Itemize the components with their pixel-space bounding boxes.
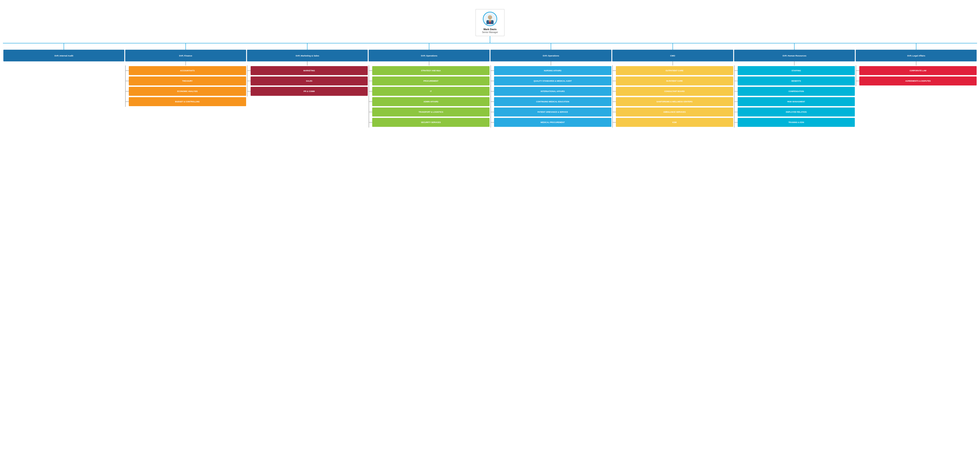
child-box-6-4[interactable]: EMPLOYEE RELATION (738, 108, 855, 116)
person-name: Mark Davis (480, 28, 500, 30)
svp-box-1[interactable]: SVP, Finance (125, 50, 246, 61)
child-box-1-3[interactable]: BUDGET & CONTROLLING (129, 97, 246, 106)
child-hline-6-0 (735, 70, 738, 71)
child-box-1-2[interactable]: ECONOMIC ANALYSIS (129, 87, 246, 96)
child-hline-3-3 (369, 102, 372, 102)
child-box-5-4[interactable]: AMBULANCE SERVICES (616, 108, 733, 116)
child-box-1-0[interactable]: ACCOUNTANTS (129, 66, 246, 75)
child-box-6-3[interactable]: RISK MANAGMENT (738, 97, 855, 106)
child-row-5-5: KSM (613, 117, 733, 127)
child-row-2-2: PR & COMM (247, 86, 368, 97)
child-row-1-3: BUDGET & CONTROLLING (126, 97, 246, 107)
child-box-4-5[interactable]: MEDICAL PROCUREMENT (494, 118, 611, 127)
child-hline-1-2 (126, 91, 129, 92)
child-box-4-2[interactable]: INTERNATIONAL AFFAIRS (494, 87, 611, 96)
child-box-2-0[interactable]: MARKETING (251, 66, 368, 75)
child-hline-1-0 (126, 70, 129, 71)
children-list-1: ACCOUNTANTSTHEASURYECONOMIC ANALYSISBUDG… (126, 65, 246, 107)
child-row-4-3: CONTINUING MEDICAL EDUCATION (491, 97, 611, 107)
v-connector-col-0 (64, 43, 64, 50)
child-box-2-2[interactable]: PR & COMM (251, 87, 368, 96)
svp-box-2[interactable]: SVP, Marketing & Sales (247, 50, 368, 61)
child-row-3-3: ADMIN AFFAIRS (369, 97, 490, 107)
child-row-3-2: IT (369, 86, 490, 97)
child-box-4-0[interactable]: NURSING AFFAIRS (494, 66, 611, 75)
child-box-3-5[interactable]: SECURITY SERVICES (372, 118, 490, 127)
child-row-4-5: MEDICAL PROCUREMENT (491, 117, 611, 127)
children-list-7: CORPORATE LAWAGREEMENTS & DISPUTES (856, 65, 977, 86)
child-row-3-4: TRANSPORT & LOGISTICS (369, 107, 490, 117)
child-box-7-0[interactable]: CORPORATE LAW (859, 66, 977, 75)
svp-box-7[interactable]: SVP, Legal Affairs (856, 50, 977, 61)
children-wrap-2: MARKETINGSALESPR & COMM (247, 65, 368, 97)
child-box-5-3[interactable]: SANITORIUMS & WELLNESS CENTERS (616, 97, 733, 106)
svp-box-6[interactable]: SVP, Human Resources (734, 50, 855, 61)
v-connector-col-2 (307, 43, 307, 50)
child-box-3-4[interactable]: TRANSPORT & LOGISTICS (372, 108, 490, 116)
child-hline-5-0 (613, 70, 616, 71)
child-row-6-2: COMPENSATION (735, 86, 855, 97)
child-box-6-1[interactable]: BENEFITS (738, 76, 855, 86)
child-box-4-3[interactable]: CONTINUING MEDICAL EDUCATION (494, 97, 611, 106)
svp-box-3[interactable]: SVP, Operations (369, 50, 490, 61)
child-box-6-2[interactable]: COMPENSATION (738, 87, 855, 96)
child-hline-4-2 (491, 91, 494, 92)
svp-section: SVP, Internal AuditSVP, FinanceACCOUNTAN… (1, 43, 979, 127)
child-box-3-3[interactable]: ADMIN AFFAIRS (372, 97, 490, 106)
child-box-5-1[interactable]: IN-PATIENT CARE (616, 76, 733, 86)
child-hline-5-4 (613, 112, 616, 112)
svg-point-5 (489, 17, 489, 17)
children-wrap-1: ACCOUNTANTSTHEASURYECONOMIC ANALYSISBUDG… (125, 65, 246, 107)
child-hline-6-1 (735, 81, 738, 81)
child-box-7-1[interactable]: AGREEMENTS & DISPUTES (859, 76, 977, 86)
svp-box-4[interactable]: SVP, Operations (490, 50, 611, 61)
child-hline-6-5 (735, 122, 738, 123)
child-box-3-1[interactable]: PROCUREMENT (372, 76, 490, 86)
children-top-v-5 (673, 61, 673, 65)
child-row-5-3: SANITORIUMS & WELLNESS CENTERS (613, 97, 733, 107)
children-top-v-6 (794, 61, 795, 65)
child-box-2-1[interactable]: SALES (251, 76, 368, 86)
child-row-6-4: EMPLOYEE RELATION (735, 107, 855, 117)
children-list-2: MARKETINGSALESPR & COMM (247, 65, 368, 97)
person-card-mark-davis: Mark Davis Senior Manager (476, 9, 504, 36)
child-hline-4-3 (491, 102, 494, 102)
col-1: SVP, FinanceACCOUNTANTSTHEASURYECONOMIC … (125, 43, 247, 107)
child-row-2-0: MARKETING (247, 65, 368, 76)
children-top-v-7 (916, 61, 916, 65)
child-box-5-2[interactable]: CONSULTANT BOARD (616, 87, 733, 96)
child-box-6-5[interactable]: TRAINING & EDN (738, 118, 855, 127)
child-row-2-1: SALES (247, 76, 368, 86)
svp-box-0[interactable]: SVP, Internal Audit (3, 50, 124, 61)
svp-row: SVP, Internal AuditSVP, FinanceACCOUNTAN… (1, 43, 979, 127)
child-box-6-0[interactable]: STAFFING (738, 66, 855, 75)
col-5: CMOOUTPATIENT CAREIN-PATIENT CARECONSULT… (612, 43, 733, 127)
child-row-4-4: PATIENT GRIEVANCE & SERVICE (491, 107, 611, 117)
child-box-4-4[interactable]: PATIENT GRIEVANCE & SERVICE (494, 108, 611, 116)
child-box-1-1[interactable]: THEASURY (129, 76, 246, 86)
child-row-4-1: QUALITY STANDARDS & MEDICAL AUDIT (491, 76, 611, 86)
top-level: Mark Davis Senior Manager (1, 5, 979, 36)
children-wrap-5: OUTPATIENT CAREIN-PATIENT CARECONSULTANT… (612, 65, 733, 127)
children-list-6: STAFFINGBENEFITSCOMPENSATIONRISK MANAGME… (735, 65, 855, 127)
org-chart: Mark Davis Senior Manager SVP, Internal … (0, 0, 980, 132)
avatar (483, 12, 497, 26)
chart-body: SVP, Internal AuditSVP, FinanceACCOUNTAN… (1, 36, 979, 127)
v-connector-col-3 (429, 43, 429, 50)
child-box-3-2[interactable]: IT (372, 87, 490, 96)
v-connector-top (490, 36, 490, 43)
child-box-5-5[interactable]: KSM (616, 118, 733, 127)
col-6: SVP, Human ResourcesSTAFFINGBENEFITSCOMP… (733, 43, 856, 127)
v-connector-col-7 (916, 43, 916, 50)
child-row-4-0: NURSING AFFAIRS (491, 65, 611, 76)
children-list-4: NURSING AFFAIRSQUALITY STANDARDS & MEDIC… (491, 65, 611, 127)
child-box-4-1[interactable]: QUALITY STANDARDS & MEDICAL AUDIT (494, 76, 611, 86)
child-box-3-0[interactable]: STRATEGY AND M&A (372, 66, 490, 75)
svp-box-5[interactable]: CMO (612, 50, 733, 61)
child-row-6-5: TRAINING & EDN (735, 117, 855, 127)
child-row-6-0: STAFFING (735, 65, 855, 76)
child-row-4-2: INTERNATIONAL AFFAIRS (491, 86, 611, 97)
child-box-5-0[interactable]: OUTPATIENT CARE (616, 66, 733, 75)
child-row-5-2: CONSULTANT BOARD (613, 86, 733, 97)
child-hline-3-5 (369, 122, 372, 123)
